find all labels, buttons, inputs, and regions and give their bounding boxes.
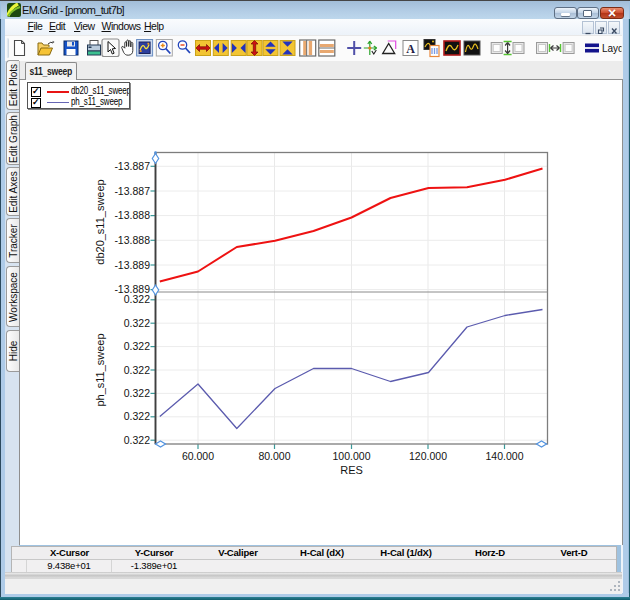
svg-text:-13.887: -13.887 <box>114 185 150 197</box>
svg-text:ph_s11_sweep: ph_s11_sweep <box>94 333 106 406</box>
svg-text:RES: RES <box>340 464 363 476</box>
svg-text:-13.887: -13.887 <box>114 160 150 172</box>
svg-text:db20_s11_sweep: db20_s11_sweep <box>94 179 106 264</box>
svg-text:140.000: 140.000 <box>486 450 524 462</box>
svg-text:-13.888: -13.888 <box>114 234 150 246</box>
svg-text:-13.889: -13.889 <box>114 259 150 271</box>
svg-text:0.322: 0.322 <box>124 340 150 352</box>
svg-text:60.000: 60.000 <box>182 450 214 462</box>
svg-text:0.322: 0.322 <box>124 317 150 329</box>
svg-text:0.322: 0.322 <box>124 387 150 399</box>
svg-text:0.322: 0.322 <box>124 434 150 446</box>
svg-text:0.322: 0.322 <box>124 410 150 422</box>
svg-text:100.000: 100.000 <box>333 450 371 462</box>
svg-text:120.000: 120.000 <box>409 450 447 462</box>
svg-text:0.322: 0.322 <box>124 293 150 305</box>
svg-text:0.322: 0.322 <box>124 364 150 376</box>
svg-text:-13.888: -13.888 <box>114 209 150 221</box>
svg-text:80.000: 80.000 <box>258 450 290 462</box>
